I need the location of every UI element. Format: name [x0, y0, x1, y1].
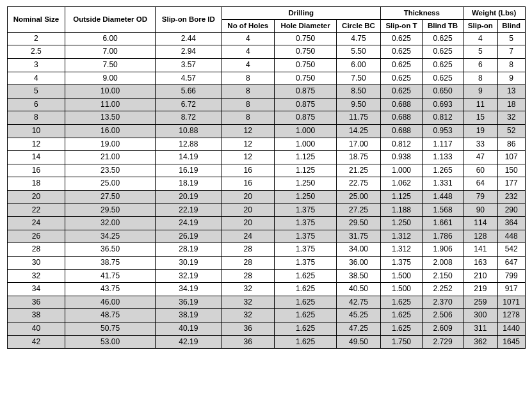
col-nominal-size: Nominal Size — [7, 7, 65, 33]
table-row: 49.004.5780.7507.500.6250.62589 — [7, 72, 525, 85]
table-row: 3038.7530.19281.37536.001.3752.008163647 — [7, 256, 525, 269]
col-thickness-group: Thickness — [380, 7, 463, 20]
col-slipon-bore: Slip-on Bore ID — [155, 7, 222, 33]
col-slipon-weight: Slip-on — [463, 19, 497, 32]
table-row: 4050.7540.19361.62547.251.6252.609311144… — [7, 322, 525, 335]
col-blind-weight: Blind — [497, 19, 525, 32]
table-row: 37.503.5740.7506.000.6250.62568 — [7, 59, 525, 72]
col-slipon-t: Slip-on T — [380, 19, 423, 32]
table-row: 26.002.4440.7504.750.6250.62545 — [7, 32, 525, 45]
table-row: 1825.0018.19161.25022.751.0621.33164177 — [7, 177, 525, 191]
col-weight-group: Weight (Lbs) — [463, 7, 525, 20]
col-circle-bc: Circle BC — [337, 19, 381, 32]
table-row: 2634.2526.19241.37531.751.3121.786128448 — [7, 230, 525, 243]
table-row: 2836.5028.19281.37534.001.3121.906141542 — [7, 243, 525, 257]
table-row: 2432.0024.19201.37529.501.2501.661114364 — [7, 217, 525, 230]
table-row: 1623.5016.19161.12521.251.0001.26560150 — [7, 164, 525, 177]
table-row: 1016.0010.88121.00014.250.6880.9531952 — [7, 125, 525, 138]
table-row: 813.508.7280.87511.750.6880.8121532 — [7, 111, 525, 125]
table-row: 3848.7538.19321.62545.251.6252.506300127… — [7, 309, 525, 322]
table-row: 4253.0042.19361.62549.501.7502.729362164… — [7, 335, 525, 349]
table-row: 1219.0012.88121.00017.000.8121.1173386 — [7, 138, 525, 151]
table-row: 3646.0036.19321.62542.751.6252.370259107… — [7, 296, 525, 309]
table-row: 2229.5022.19201.37527.251.1881.56890290 — [7, 203, 525, 217]
table-row: 510.005.6680.8758.500.6250.650913 — [7, 85, 525, 99]
table-row: 3241.7532.19281.62538.501.5002.150210799 — [7, 269, 525, 283]
col-outside-diameter: Outside Diameter OD — [65, 7, 156, 33]
table-row: 2.57.002.9440.7505.500.6250.62557 — [7, 45, 525, 59]
flange-table: Nominal Size Outside Diameter OD Slip-on… — [7, 6, 526, 349]
table-row: 3443.7534.19321.62540.501.5002.252219917 — [7, 283, 525, 296]
table-row: 2027.5020.19201.25025.001.1251.44879232 — [7, 191, 525, 204]
table-row: 611.006.7280.8759.500.6880.6931118 — [7, 98, 525, 111]
table-body: 26.002.4440.7504.750.6250.625452.57.002.… — [7, 32, 525, 348]
col-drilling-group: Drilling — [222, 7, 380, 20]
header-row-1: Nominal Size Outside Diameter OD Slip-on… — [7, 7, 525, 20]
col-no-of-holes: No of Holes — [222, 19, 274, 32]
table-row: 1421.0014.19121.12518.750.9381.13347107 — [7, 151, 525, 164]
col-blind-tb: Blind TB — [423, 19, 463, 32]
col-hole-diameter: Hole Diameter — [274, 19, 336, 32]
